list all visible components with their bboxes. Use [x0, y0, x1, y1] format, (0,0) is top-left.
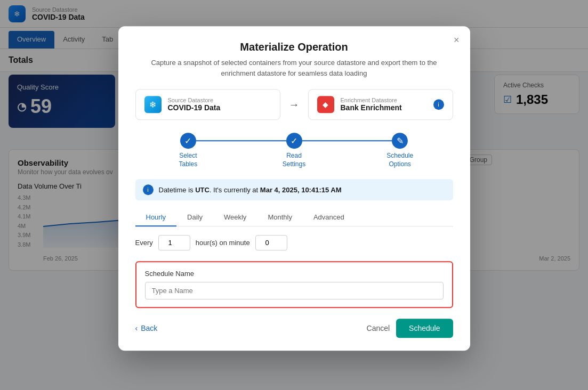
modal-footer: ‹ Back Cancel Schedule [135, 319, 453, 338]
info-banner: i Datetime is UTC. It's currently at Mar… [135, 179, 453, 200]
modal-subtitle: Capture a snapshot of selected container… [135, 58, 453, 78]
datastore-row: ❄ Source Datastore COVID-19 Data → ◆ Enr… [135, 89, 453, 120]
enrichment-datastore-icon: ◆ [317, 96, 334, 113]
step-select-tables: ✓ SelectTables [135, 133, 241, 168]
step1-circle: ✓ [180, 133, 196, 149]
schedule-name-label: Schedule Name [145, 270, 444, 278]
step3-circle: ✎ [392, 133, 408, 149]
enrichment-datastore-name: Bank Enrichment [341, 103, 427, 112]
tab-daily[interactable]: Daily [176, 209, 213, 226]
cancel-button[interactable]: Cancel [367, 324, 390, 332]
info-banner-text: Datetime is UTC. It's currently at Mar 4… [159, 186, 342, 194]
steps-row: ✓ SelectTables ✓ ReadSettings ✎ Schedule… [135, 133, 453, 168]
step1-label: SelectTables [179, 152, 197, 168]
schedule-tabs: Hourly Daily Weekly Monthly Advanced [135, 209, 453, 226]
back-chevron-icon: ‹ [135, 324, 138, 332]
enrichment-datastore-box: ◆ Enrichment Datastore Bank Enrichment i [308, 89, 453, 120]
hour-label: hour(s) on minute [196, 239, 250, 247]
step3-label: ScheduleOptions [386, 152, 413, 168]
info-banner-icon: i [143, 184, 154, 195]
hourly-row: Every hour(s) on minute [135, 235, 453, 250]
tab-monthly[interactable]: Monthly [257, 209, 303, 226]
source-datastore-label: Source Datastore [168, 97, 271, 103]
arrow-icon: → [289, 99, 300, 111]
enrichment-info-icon[interactable]: i [433, 99, 444, 110]
materialize-modal: × Materialize Operation Capture a snapsh… [118, 26, 470, 351]
source-datastore-icon: ❄ [144, 96, 162, 113]
schedule-button[interactable]: Schedule [396, 319, 453, 338]
every-label: Every [135, 239, 153, 247]
step2-circle: ✓ [286, 133, 302, 149]
minute-value-input[interactable] [255, 235, 287, 250]
tab-weekly[interactable]: Weekly [213, 209, 257, 226]
step-schedule-options: ✎ ScheduleOptions [347, 133, 453, 168]
step-read-settings: ✓ ReadSettings [241, 133, 347, 168]
schedule-name-section: Schedule Name [135, 261, 453, 308]
tab-hourly[interactable]: Hourly [135, 209, 177, 226]
close-button[interactable]: × [454, 35, 460, 46]
source-datastore-info: Source Datastore COVID-19 Data [168, 97, 271, 112]
source-datastore-box: ❄ Source Datastore COVID-19 Data [135, 89, 280, 120]
enrichment-datastore-label: Enrichment Datastore [341, 97, 427, 103]
enrichment-datastore-info: Enrichment Datastore Bank Enrichment [341, 97, 427, 112]
schedule-name-input[interactable] [145, 282, 444, 299]
hourly-value-input[interactable] [158, 235, 190, 250]
footer-right: Cancel Schedule [367, 319, 453, 338]
back-button[interactable]: ‹ Back [135, 324, 158, 332]
tab-advanced[interactable]: Advanced [303, 209, 355, 226]
source-datastore-name: COVID-19 Data [168, 103, 271, 112]
step2-label: ReadSettings [283, 152, 305, 168]
modal-title: Materialize Operation [135, 41, 453, 53]
